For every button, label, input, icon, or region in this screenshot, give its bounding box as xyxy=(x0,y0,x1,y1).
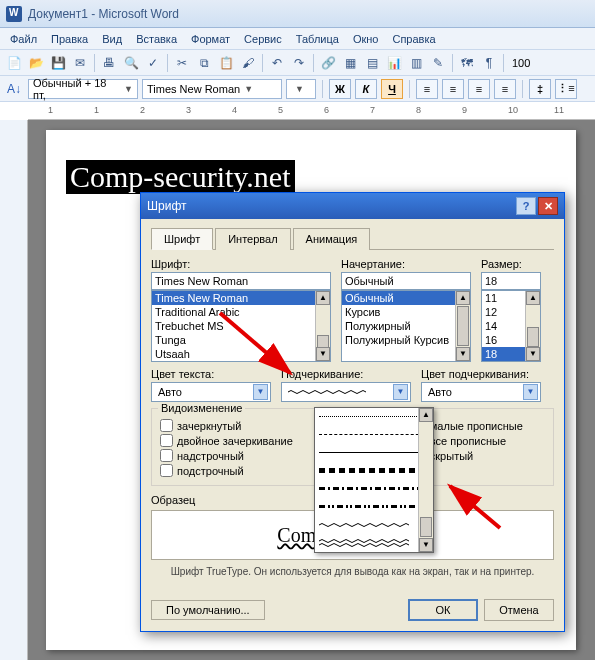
underline-button[interactable]: Ч xyxy=(381,79,403,99)
hyperlink-icon[interactable]: 🔗 xyxy=(318,53,338,73)
font-color-label: Цвет текста: xyxy=(151,368,271,380)
font-color-dropdown[interactable]: Авто▼ xyxy=(151,382,271,402)
excel-icon[interactable]: 📊 xyxy=(384,53,404,73)
align-justify-icon[interactable]: ≡ xyxy=(494,79,516,99)
numbering-icon[interactable]: ⋮≡ xyxy=(555,79,577,99)
size-input[interactable] xyxy=(481,272,541,290)
list-item[interactable]: Traditional Arabic xyxy=(152,305,330,319)
list-item[interactable]: Utsaah xyxy=(152,347,330,361)
align-left-icon[interactable]: ≡ xyxy=(416,79,438,99)
align-center-icon[interactable]: ≡ xyxy=(442,79,464,99)
menu-insert[interactable]: Вставка xyxy=(130,31,183,47)
menu-edit[interactable]: Правка xyxy=(45,31,94,47)
chk-double-strike[interactable]: двойное зачеркивание xyxy=(160,434,293,447)
selected-text[interactable]: Comp-security.net xyxy=(66,160,295,194)
mail-icon[interactable]: ✉ xyxy=(70,53,90,73)
list-item[interactable]: Trebuchet MS xyxy=(152,319,330,333)
underline-option[interactable] xyxy=(315,408,433,426)
columns-icon[interactable]: ▥ xyxy=(406,53,426,73)
drawing-icon[interactable]: ✎ xyxy=(428,53,448,73)
menu-format[interactable]: Формат xyxy=(185,31,236,47)
underline-option[interactable] xyxy=(315,498,433,516)
underline-dropdown[interactable]: ▼ xyxy=(281,382,411,402)
bold-button[interactable]: Ж xyxy=(329,79,351,99)
underline-option[interactable] xyxy=(315,516,433,534)
redo-icon[interactable]: ↷ xyxy=(289,53,309,73)
chk-subscript[interactable]: подстрочный xyxy=(160,464,293,477)
default-button[interactable]: По умолчанию... xyxy=(151,600,265,620)
ul-color-label: Цвет подчеркивания: xyxy=(421,368,541,380)
spell-icon[interactable]: ✓ xyxy=(143,53,163,73)
menu-view[interactable]: Вид xyxy=(96,31,128,47)
print-icon[interactable]: 🖶 xyxy=(99,53,119,73)
window-title: Документ1 - Microsoft Word xyxy=(28,7,179,21)
font-info-text: Шрифт TrueType. Он используется для выво… xyxy=(151,566,554,577)
format-painter-icon[interactable]: 🖌 xyxy=(238,53,258,73)
insert-table-icon[interactable]: ▤ xyxy=(362,53,382,73)
underline-option[interactable] xyxy=(315,462,433,480)
tables-icon[interactable]: ▦ xyxy=(340,53,360,73)
menu-window[interactable]: Окно xyxy=(347,31,385,47)
underline-option[interactable] xyxy=(315,426,433,444)
tab-spacing[interactable]: Интервал xyxy=(215,228,290,250)
help-button[interactable]: ? xyxy=(516,197,536,215)
list-item[interactable]: Полужирный xyxy=(342,319,470,333)
align-right-icon[interactable]: ≡ xyxy=(468,79,490,99)
dialog-titlebar[interactable]: Шрифт ? ✕ xyxy=(141,193,564,219)
ruler-vertical[interactable] xyxy=(0,120,28,660)
menu-file[interactable]: Файл xyxy=(4,31,43,47)
chk-superscript[interactable]: надстрочный xyxy=(160,449,293,462)
font-listbox[interactable]: Times New Roman Traditional Arabic Trebu… xyxy=(151,290,331,362)
show-hide-icon[interactable]: ¶ xyxy=(479,53,499,73)
italic-button[interactable]: К xyxy=(355,79,377,99)
list-item[interactable]: Обычный xyxy=(342,291,470,305)
style-label: Начертание: xyxy=(341,258,471,270)
tab-animation[interactable]: Анимация xyxy=(293,228,371,250)
styles-icon[interactable]: A↓ xyxy=(4,79,24,99)
font-combo[interactable]: Times New Roman▼ xyxy=(142,79,282,99)
new-icon[interactable]: 📄 xyxy=(4,53,24,73)
ok-button[interactable]: ОК xyxy=(408,599,478,621)
menu-table[interactable]: Таблица xyxy=(290,31,345,47)
underline-label: Подчеркивание: xyxy=(281,368,411,380)
word-icon xyxy=(6,6,22,22)
line-spacing-icon[interactable]: ‡ xyxy=(529,79,551,99)
style-input[interactable] xyxy=(341,272,471,290)
undo-icon[interactable]: ↶ xyxy=(267,53,287,73)
menu-tools[interactable]: Сервис xyxy=(238,31,288,47)
size-label: Размер: xyxy=(481,258,541,270)
underline-option[interactable] xyxy=(315,534,433,552)
list-item[interactable]: Times New Roman xyxy=(152,291,330,305)
chk-strike[interactable]: зачеркнутый xyxy=(160,419,293,432)
underline-option[interactable] xyxy=(315,480,433,498)
titlebar: Документ1 - Microsoft Word xyxy=(0,0,595,28)
ul-color-dropdown[interactable]: Авто▼ xyxy=(421,382,541,402)
menubar: Файл Правка Вид Вставка Формат Сервис Та… xyxy=(0,28,595,50)
open-icon[interactable]: 📂 xyxy=(26,53,46,73)
close-button[interactable]: ✕ xyxy=(538,197,558,215)
size-listbox[interactable]: 11 12 14 16 18 ▲▼ xyxy=(481,290,541,362)
style-combo[interactable]: Обычный + 18 пт,▼ xyxy=(28,79,138,99)
dialog-tabs: Шрифт Интервал Анимация xyxy=(151,227,554,250)
list-item[interactable]: Курсив xyxy=(342,305,470,319)
font-input[interactable] xyxy=(151,272,331,290)
underline-option[interactable] xyxy=(315,444,433,462)
cancel-button[interactable]: Отмена xyxy=(484,599,554,621)
chevron-down-icon: ▼ xyxy=(393,384,408,400)
paste-icon[interactable]: 📋 xyxy=(216,53,236,73)
doc-map-icon[interactable]: 🗺 xyxy=(457,53,477,73)
menu-help[interactable]: Справка xyxy=(386,31,441,47)
chevron-down-icon: ▼ xyxy=(244,84,253,94)
cut-icon[interactable]: ✂ xyxy=(172,53,192,73)
list-item[interactable]: Полужирный Курсив xyxy=(342,333,470,347)
preview-icon[interactable]: 🔍 xyxy=(121,53,141,73)
style-listbox[interactable]: Обычный Курсив Полужирный Полужирный Кур… xyxy=(341,290,471,362)
ruler-horizontal[interactable]: 1 1 2 3 4 5 6 7 8 9 10 11 xyxy=(28,102,595,120)
chevron-down-icon: ▼ xyxy=(295,84,304,94)
save-icon[interactable]: 💾 xyxy=(48,53,68,73)
tab-font[interactable]: Шрифт xyxy=(151,228,213,250)
copy-icon[interactable]: ⧉ xyxy=(194,53,214,73)
font-label: Шрифт: xyxy=(151,258,331,270)
size-combo[interactable]: ▼ xyxy=(286,79,316,99)
list-item[interactable]: Tunga xyxy=(152,333,330,347)
